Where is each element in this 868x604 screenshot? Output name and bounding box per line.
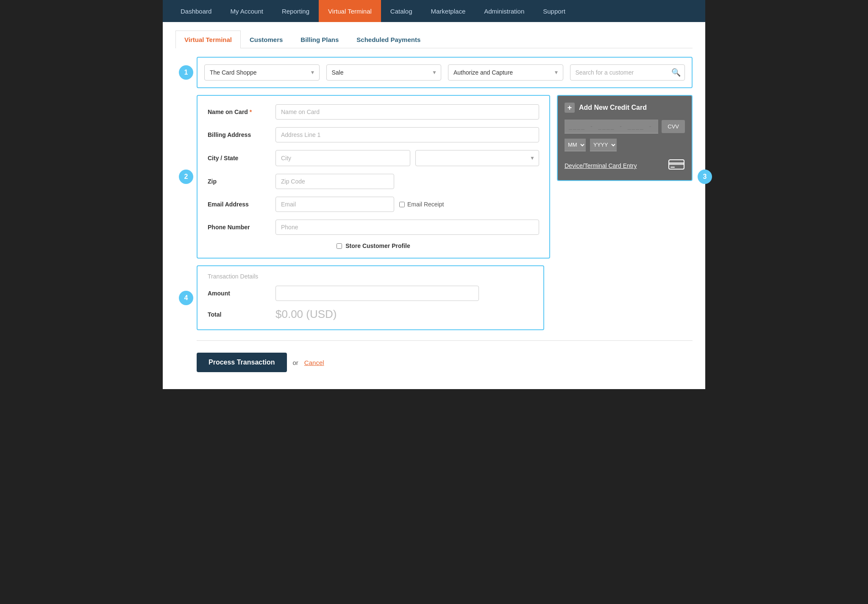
device-entry-link[interactable]: Device/Terminal Card Entry	[565, 162, 637, 169]
transaction-type-wrapper: Sale Authorization Only Refund ▼	[326, 64, 442, 81]
tab-scheduled-payments[interactable]: Scheduled Payments	[348, 31, 429, 48]
zip-input[interactable]	[275, 174, 394, 189]
city-state-row: City / State ALAKAZAR CACOCTDE FLGAHIID …	[208, 150, 539, 166]
state-select-wrapper: ALAKAZAR CACOCTDE FLGAHIID ILINIAKS KYLA…	[415, 150, 539, 166]
amount-input[interactable]: 0.00	[275, 286, 479, 301]
city-state-label: City / State	[208, 155, 275, 161]
phone-label: Phone Number	[208, 224, 275, 231]
transaction-section-title: Transaction Details	[208, 273, 533, 280]
device-entry-row: Device/Terminal Card Entry	[565, 158, 685, 173]
expiry-year-select[interactable]: YYYY 2024202520262027 202820292030	[590, 139, 617, 151]
step2-badge: 2	[179, 170, 193, 184]
email-label: Email Address	[208, 201, 275, 208]
transaction-type-select[interactable]: Sale Authorization Only Refund	[326, 64, 442, 81]
controls-row: The Card Shoppe ▼ Sale Authorization Onl…	[204, 64, 685, 81]
card-reader-icon	[668, 158, 685, 173]
tab-customers[interactable]: Customers	[241, 31, 292, 48]
zip-label: Zip	[208, 178, 275, 185]
cancel-link[interactable]: Cancel	[304, 359, 324, 366]
required-asterisk: *	[250, 109, 252, 115]
step1-badge: 1	[179, 65, 193, 80]
tab-bar: Virtual Terminal Customers Billing Plans…	[175, 31, 693, 48]
customer-search-wrapper: 🔍	[570, 64, 685, 81]
store-selector-wrapper: The Card Shoppe ▼	[204, 64, 320, 81]
phone-row: Phone Number	[208, 220, 539, 235]
nav-reporting[interactable]: Reporting	[273, 0, 319, 22]
svg-rect-2	[670, 167, 675, 168]
tab-billing-plans[interactable]: Billing Plans	[292, 31, 348, 48]
city-state-inputs: ALAKAZAR CACOCTDE FLGAHIID ILINIAKS KYLA…	[275, 150, 539, 166]
tab-virtual-terminal[interactable]: Virtual Terminal	[175, 31, 241, 48]
nav-support[interactable]: Support	[534, 0, 575, 22]
step4-badge: 4	[179, 291, 193, 305]
store-select[interactable]: The Card Shoppe	[204, 64, 320, 81]
name-on-card-input[interactable]	[275, 104, 539, 120]
billing-address-input[interactable]	[275, 127, 539, 142]
card-expiry-row: MM 01020304 05060708 09101112 YYYY 20242…	[565, 139, 685, 151]
amount-label: Amount	[208, 290, 275, 297]
total-row: Total $0.00 (USD)	[208, 308, 533, 321]
card-number-input[interactable]	[565, 120, 658, 134]
transaction-wrapper: 4 Transaction Details Amount 0.00 Total …	[197, 265, 544, 330]
cvv-button[interactable]: CVV	[662, 120, 685, 133]
state-select[interactable]: ALAKAZAR CACOCTDE FLGAHIID ILINIAKS KYLA…	[415, 150, 539, 166]
capture-type-wrapper: Authorize and Capture Authorize Only ▼	[448, 64, 563, 81]
zip-row: Zip	[208, 174, 539, 189]
phone-input[interactable]	[275, 220, 539, 235]
email-row: Email Address Email Receipt	[208, 197, 539, 212]
content-area: Virtual Terminal Customers Billing Plans…	[163, 22, 705, 389]
amount-row: Amount 0.00	[208, 286, 533, 301]
step3-badge: 3	[698, 170, 712, 184]
credit-card-section: + Add New Credit Card CVV MM 01020304 05…	[557, 95, 693, 181]
expiry-month-select[interactable]: MM 01020304 05060708 09101112	[565, 139, 586, 151]
svg-rect-1	[669, 162, 684, 165]
top-navigation: Dashboard My Account Reporting Virtual T…	[163, 0, 705, 22]
actions-row: Process Transaction or Cancel	[197, 349, 693, 372]
process-transaction-button[interactable]: Process Transaction	[197, 353, 287, 372]
controls-section: The Card Shoppe ▼ Sale Authorization Onl…	[197, 57, 693, 88]
email-input[interactable]	[275, 197, 394, 212]
customer-search-input[interactable]	[570, 64, 685, 81]
transaction-section: Transaction Details Amount 0.00 Total $0…	[197, 265, 544, 330]
capture-type-select[interactable]: Authorize and Capture Authorize Only	[448, 64, 563, 81]
store-profile-checkbox[interactable]	[337, 243, 342, 249]
search-icon[interactable]: 🔍	[671, 68, 681, 77]
billing-section: Name on Card * Billing Address City / St…	[197, 95, 550, 259]
or-text: or	[293, 359, 298, 366]
nav-dashboard[interactable]: Dashboard	[171, 0, 221, 22]
email-receipt-checkbox[interactable]	[399, 202, 405, 207]
store-profile-row: Store Customer Profile	[208, 242, 539, 249]
add-card-icon[interactable]: +	[565, 103, 575, 113]
nav-virtual-terminal[interactable]: Virtual Terminal	[319, 0, 381, 22]
email-receipt-label[interactable]: Email Receipt	[399, 201, 444, 208]
nav-catalog[interactable]: Catalog	[381, 0, 422, 22]
nav-administration[interactable]: Administration	[475, 0, 534, 22]
total-label: Total	[208, 311, 275, 318]
nav-my-account[interactable]: My Account	[221, 0, 273, 22]
card-header-label: Add New Credit Card	[579, 104, 647, 111]
city-input[interactable]	[275, 150, 410, 166]
name-on-card-row: Name on Card *	[208, 104, 539, 120]
store-profile-label: Store Customer Profile	[345, 242, 410, 249]
middle-section: 2 Name on Card * Billing Address	[197, 95, 693, 259]
email-inputs: Email Receipt	[275, 197, 539, 212]
total-value: $0.00 (USD)	[275, 308, 337, 321]
name-on-card-label: Name on Card *	[208, 109, 275, 115]
billing-address-label: Billing Address	[208, 131, 275, 138]
billing-address-row: Billing Address	[208, 127, 539, 142]
card-section-header: + Add New Credit Card	[565, 103, 685, 113]
card-section-wrapper: 3 + Add New Credit Card CVV MM 010203	[557, 95, 693, 259]
card-number-row: CVV	[565, 120, 685, 134]
nav-marketplace[interactable]: Marketplace	[422, 0, 475, 22]
